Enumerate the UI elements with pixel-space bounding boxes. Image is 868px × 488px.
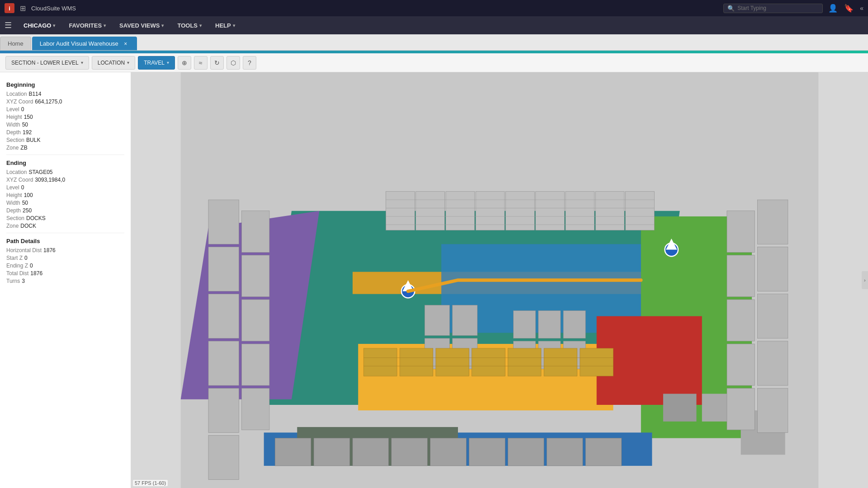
end-section-label-text: Section [6,215,24,221]
nav-saved-views[interactable]: SAVED VIEWS ▾ [114,19,169,32]
svg-rect-47 [425,305,449,335]
ending-z-value: 0 [30,263,33,269]
location-row: Location B114 [6,91,124,97]
end-section-row: Section DOCKS [6,215,124,221]
labor-audit-tab-label: Labor Audit Visual Warehouse [40,40,118,47]
help-label: HELP [215,22,231,29]
svg-rect-29 [208,341,239,385]
svg-rect-31 [208,435,239,479]
help-button[interactable]: ? [243,56,256,70]
infor-logo[interactable]: i [5,3,14,13]
svg-rect-71 [469,438,505,466]
end-height-label-text: Height [6,192,22,198]
horiz-dist-row: Horizontal Dist 1876 [6,247,124,253]
start-z-value: 0 [24,255,28,261]
help-icon: ? [248,59,251,66]
end-location-label-text: Location [6,169,27,175]
svg-rect-67 [314,438,350,466]
level-label-text: Level [6,106,19,113]
svg-rect-16 [476,192,505,230]
svg-rect-19 [566,192,594,230]
zone-value: ZB [20,145,27,151]
end-section-value: DOCKS [26,215,46,221]
topbar: i ⊞ CloudSuite WMS 🔍 👤 🔖 « [0,0,868,16]
beginning-title: Beginning [6,81,124,88]
end-level-row: Level 0 [6,184,124,191]
bookmark-icon[interactable]: 🔖 [844,4,854,13]
section-arrow: ▾ [81,60,83,65]
warehouse-view[interactable]: 57 FPS (1-60) › [131,72,868,488]
svg-rect-74 [585,438,622,466]
width-row: Width 50 [6,122,124,128]
tab-home[interactable]: Home [0,37,31,50]
collapse-right-arrow[interactable]: › [862,271,868,289]
tab-close-button[interactable]: × [122,40,129,47]
svg-rect-42 [727,211,755,253]
search-box[interactable]: 🔍 [723,4,823,13]
svg-rect-72 [508,438,544,466]
end-width-row: Width 50 [6,200,124,206]
svg-rect-39 [757,294,788,338]
end-depth-row: Depth 250 [6,207,124,214]
route-tool-button[interactable]: ≈ [194,56,208,70]
svg-rect-68 [353,438,389,466]
user-icon[interactable]: 👤 [828,4,838,13]
svg-rect-70 [430,438,467,466]
turns-label: Turns [6,278,20,284]
svg-rect-32 [242,211,269,253]
external-link-icon: ⬡ [231,59,236,66]
search-icon: 🔍 [727,5,735,12]
width-value: 50 [22,122,28,128]
svg-rect-26 [208,200,239,244]
xyz-value: 664,1275,0 [35,99,62,105]
height-value: 150 [24,114,33,120]
tools-arrow: ▾ [199,23,202,28]
end-height-value: 100 [24,192,33,198]
travel-dropdown[interactable]: TRAVEL ▾ [138,56,175,70]
total-dist-row: Total Dist 1876 [6,270,124,277]
end-depth-value: 250 [23,207,32,214]
section-dropdown[interactable]: SECTION - LOWER LEVEL ▾ [5,56,89,70]
depth-value: 192 [23,129,32,136]
end-depth-label-text: Depth [6,207,21,214]
nav-help[interactable]: HELP ▾ [210,19,241,32]
tab-labor-audit[interactable]: Labor Audit Visual Warehouse × [32,37,137,50]
travel-label: TRAVEL [144,60,165,66]
search-input[interactable] [737,5,814,11]
svg-rect-34 [242,300,269,341]
nav-chicago[interactable]: CHICAGO ▾ [18,19,61,32]
height-label-text: Height [6,114,22,120]
svg-rect-59 [436,348,469,376]
external-link-button[interactable]: ⬡ [226,56,240,70]
refresh-button[interactable]: ↻ [210,56,224,70]
divider-1 [6,155,124,155]
hamburger-icon[interactable]: ☰ [5,20,12,30]
end-location-value: STAGE05 [28,169,52,175]
grid-icon[interactable]: ⊞ [20,4,26,13]
svg-rect-57 [363,348,397,376]
svg-rect-21 [625,192,654,230]
saved-views-arrow: ▾ [161,23,164,28]
divider-2 [6,233,124,233]
top-rack-array [386,192,655,230]
nav-favorites[interactable]: FAVORITES ▾ [63,19,111,32]
location-dropdown[interactable]: LOCATION ▾ [92,56,135,70]
xyz-label-text: XYZ Coord [6,99,33,105]
end-zone-row: Zone DOCK [6,223,124,229]
zone-row: Zone ZB [6,145,124,151]
svg-rect-20 [595,192,624,230]
svg-rect-43 [727,255,755,297]
warehouse-svg [131,72,868,488]
svg-rect-30 [208,388,239,432]
section-value: BULK [26,137,40,143]
svg-rect-69 [392,438,428,466]
cursor-tool-button[interactable]: ⊕ [178,56,191,70]
svg-rect-60 [472,348,505,376]
collapse-icon[interactable]: « [860,5,863,12]
end-xyz-row: XYZ Coord 3093,1984,0 [6,177,124,183]
nav-tools[interactable]: TOOLS ▾ [172,19,207,32]
svg-rect-27 [208,247,239,291]
svg-rect-36 [242,388,269,430]
turns-row: Turns 3 [6,278,124,284]
svg-rect-48 [453,305,477,335]
